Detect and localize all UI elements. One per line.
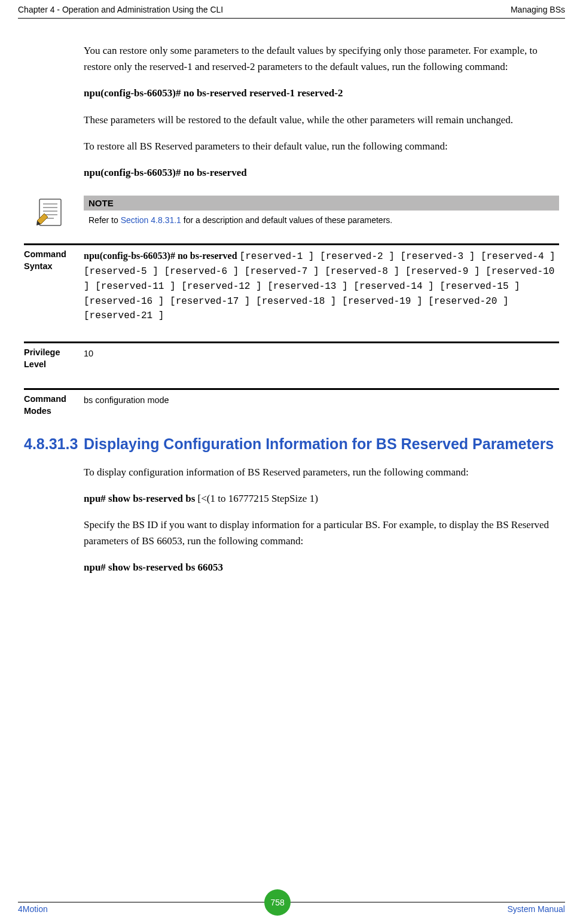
cmd-rest: [<(1 to 16777215 StepSize 1) xyxy=(195,493,318,504)
paragraph: These parameters will be restored to the… xyxy=(84,112,559,128)
command-syntax-label: Command Syntax xyxy=(24,249,84,324)
page-header: Chapter 4 - Operation and Administration… xyxy=(18,0,565,19)
header-right: Managing BSs xyxy=(511,5,565,14)
note-prefix: Refer to xyxy=(88,215,121,225)
privilege-level-value: 10 xyxy=(84,347,559,370)
syntax-args: [reserved-1 ] [reserved-2 ] [reserved-3 … xyxy=(84,251,555,321)
command-syntax-value: npu(config-bs-66053)# no bs-reserved [re… xyxy=(84,249,559,324)
page-footer: 4Motion 758 System Manual xyxy=(18,902,565,916)
section-number: 4.8.31.3 xyxy=(24,435,84,453)
command-modes-label: Command Modes xyxy=(24,394,84,417)
footer-right: System Manual xyxy=(508,904,565,914)
definition-table: Command Syntax npu(config-bs-66053)# no … xyxy=(24,243,559,417)
page-number-badge: 758 xyxy=(264,889,291,916)
main-content: You can restore only some parameters to … xyxy=(84,42,559,576)
note-title: NOTE xyxy=(84,196,559,211)
note-icon xyxy=(36,198,66,227)
section-title: Displaying Configuration Information for… xyxy=(84,435,559,453)
paragraph: Specify the BS ID if you want to display… xyxy=(84,517,559,549)
command-modes-value: bs configuration mode xyxy=(84,394,559,417)
note-text: Refer to Section 4.8.31.1 for a descript… xyxy=(84,215,559,225)
note-section-link[interactable]: Section 4.8.31.1 xyxy=(121,215,181,225)
paragraph: You can restore only some parameters to … xyxy=(84,42,559,75)
header-left: Chapter 4 - Operation and Administration… xyxy=(18,5,223,14)
privilege-level-label: Privilege Level xyxy=(24,347,84,370)
command-modes-row: Command Modes bs configuration mode xyxy=(24,388,559,417)
command-example: npu(config-bs-66053)# no bs-reserved xyxy=(84,164,559,181)
command-example: npu(config-bs-66053)# no bs-reserved res… xyxy=(84,85,559,101)
paragraph: To display configuration information of … xyxy=(84,464,559,480)
note-block: NOTE Refer to Section 4.8.31.1 for a des… xyxy=(36,196,559,227)
footer-left: 4Motion xyxy=(18,904,48,914)
note-suffix: for a description and default values of … xyxy=(181,215,392,225)
paragraph: To restore all BS Reserved parameters to… xyxy=(84,138,559,154)
privilege-level-row: Privilege Level 10 xyxy=(24,341,559,370)
command-example: npu# show bs-reserved bs 66053 xyxy=(84,559,559,575)
section-heading: 4.8.31.3 Displaying Configuration Inform… xyxy=(24,435,559,453)
command-example: npu# show bs-reserved bs [<(1 to 1677721… xyxy=(84,490,559,507)
command-syntax-row: Command Syntax npu(config-bs-66053)# no … xyxy=(24,243,559,324)
syntax-bold: npu(config-bs-66053)# no bs-reserved xyxy=(84,251,240,261)
cmd-bold: npu# show bs-reserved bs xyxy=(84,493,195,504)
